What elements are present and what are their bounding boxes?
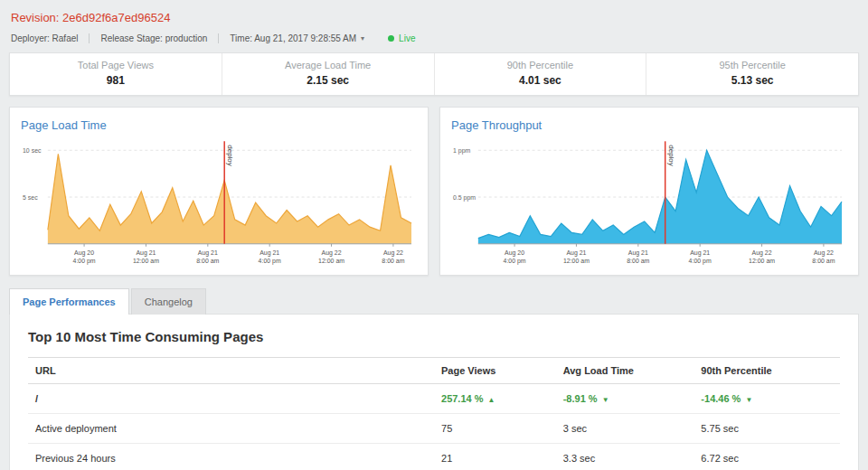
metric-cell: -8.91 %▼ [556,384,694,414]
metric-cell: 6.72 sec [693,444,840,470]
page-load-time-card: Page Load Time 10 sec5 secAug 204:00 pmA… [9,107,429,276]
time-dropdown[interactable]: Time: Aug 21, 2017 9:28:55 AM ▾ [218,33,375,43]
tab-bar: Page Performances Changelog [9,288,859,315]
y-tick-label: 5 sec [23,194,38,201]
metric-value: -8.91 % [563,393,598,404]
stat-total-page-views: Total Page Views 981 [10,53,222,95]
page-performances-panel: Top 10 Most Time Consuming Pages URL Pag… [9,314,859,470]
metric-cell: 257.14 %▲ [434,384,556,414]
stat-label: Average Load Time [222,60,434,70]
metric-cell: 5.75 sec [693,414,840,444]
trend-arrow-icon: ▼ [602,396,609,404]
stat-value: 2.15 sec [222,74,434,87]
metric-cell: 75 [434,414,556,444]
header: Revision: 2e6d92f6a7ed96524 Deployer: Ra… [9,11,859,43]
column-header-90th-percentile: 90th Percentile [693,358,840,384]
stat-95th-percentile: 95th Percentile 5.13 sec [646,53,858,95]
table-row[interactable]: Previous 24 hours 21 3.3 sec 6.72 sec [28,444,840,470]
metric-value: 5.75 sec [701,423,739,434]
stat-label: Total Page Views [10,60,222,70]
metric-value: 21 [441,453,452,464]
deploy-marker-label: deploy [226,145,234,165]
url-cell: Previous 24 hours [28,444,434,470]
page-throughput-card: Page Throughput 1 ppm0.5 ppmAug 204:00 p… [439,107,859,276]
metric-value: 257.14 % [441,393,483,404]
x-tick-label: Aug 218:00 am [196,249,219,264]
x-tick-label: Aug 228:00 am [812,249,835,264]
metric-cell: 21 [434,444,556,470]
x-tick-label: Aug 2212:00 am [318,249,344,264]
deploy-marker-label: deploy [667,145,675,165]
release-stage-label: Release Stage: production [89,33,218,43]
x-tick-label: Aug 214:00 pm [689,249,712,265]
chart-title: Page Throughput [451,118,847,132]
dashboard-page: Revision: 2e6d92f6a7ed96524 Deployer: Ra… [0,0,868,470]
live-status-dot-icon [388,35,394,42]
table-header-row: URL Page Views Avg Load Time 90th Percen… [28,358,840,384]
x-tick-label: Aug 228:00 am [382,249,404,264]
trend-arrow-icon: ▼ [745,396,752,404]
column-header-page-views: Page Views [434,358,556,384]
url-cell: Active deployment [28,414,434,444]
deployer-label: Deployer: Rafael [11,33,89,43]
metric-cell: 3.3 sec [556,444,694,470]
column-header-avg-load-time: Avg Load Time [556,358,694,384]
time-label: Time: Aug 21, 2017 9:28:55 AM [230,33,356,43]
metric-value: 6.72 sec [701,453,739,464]
x-tick-label: Aug 214:00 pm [259,249,281,265]
y-tick-label: 10 sec [23,147,42,154]
stat-average-load-time: Average Load Time 2.15 sec [222,53,435,95]
y-tick-label: 1 ppm [453,147,471,155]
stat-value: 981 [10,74,222,87]
charts-row: Page Load Time 10 sec5 secAug 204:00 pmA… [9,107,859,276]
section-title: Top 10 Most Time Consuming Pages [28,329,840,344]
page-throughput-chart: 1 ppm0.5 ppmAug 204:00 pmAug 2112:00 amA… [451,136,847,271]
column-header-url: URL [28,358,434,384]
stat-value: 5.13 sec [646,74,858,87]
chevron-down-icon[interactable]: ▾ [361,34,364,42]
table-row[interactable]: Active deployment 75 3 sec 5.75 sec [28,414,840,444]
trend-arrow-icon: ▲ [488,396,495,404]
table-row[interactable]: / 257.14 %▲ -8.91 %▼ -14.46 %▼ [28,384,840,414]
url-cell: / [28,384,434,414]
x-tick-label: Aug 204:00 pm [504,249,526,265]
deploy-meta-bar: Deployer: Rafael Release Stage: producti… [11,33,857,43]
live-label: Live [399,33,415,43]
x-tick-label: Aug 204:00 pm [73,249,96,265]
x-tick-label: Aug 218:00 am [627,249,649,264]
metric-value: 3.3 sec [563,453,595,464]
metric-cell: 3 sec [556,414,694,444]
metric-cell: -14.46 %▼ [693,384,840,414]
summary-stats-bar: Total Page Views 981 Average Load Time 2… [9,52,859,96]
table-body: / 257.14 %▲ -8.91 %▼ -14.46 %▼ Active de… [28,384,840,470]
x-tick-label: Aug 2212:00 am [749,249,775,264]
tab-changelog[interactable]: Changelog [131,288,206,315]
top-pages-table: URL Page Views Avg Load Time 90th Percen… [28,357,840,470]
x-tick-label: Aug 2112:00 am [133,249,159,264]
stat-90th-percentile: 90th Percentile 4.01 sec [435,53,647,95]
metric-value: 3 sec [563,423,587,434]
stat-value: 4.01 sec [435,74,646,87]
y-tick-label: 0.5 ppm [453,194,476,202]
chart-title: Page Load Time [21,118,417,132]
tab-page-performances[interactable]: Page Performances [9,288,129,315]
stat-label: 95th Percentile [646,60,858,70]
revision-title: Revision: 2e6d92f6a7ed96524 [11,11,857,24]
metric-value: -14.46 % [701,393,741,404]
page-load-time-chart: 10 sec5 secAug 204:00 pmAug 2112:00 amAu… [21,136,417,271]
metric-value: 75 [441,423,452,434]
stat-label: 90th Percentile [435,60,646,70]
live-indicator: Live [388,33,415,43]
x-tick-label: Aug 2112:00 am [563,249,590,264]
